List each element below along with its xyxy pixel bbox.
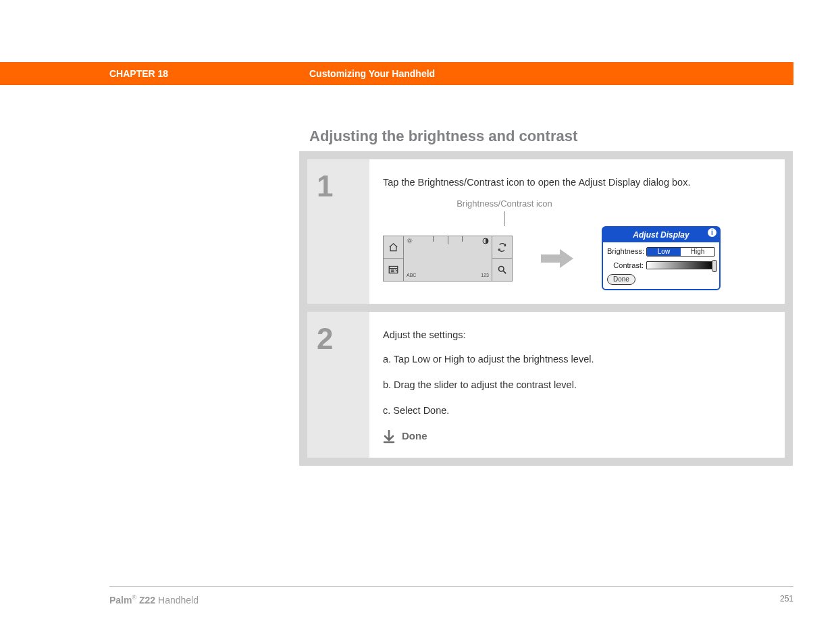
figure-row: ABC 123	[383, 226, 770, 290]
step-body: Tap the Brightness/Contrast icon to open…	[369, 159, 785, 304]
callout-line	[504, 211, 505, 226]
brightness-segment: Low High	[646, 247, 715, 257]
section-heading: Adjusting the brightness and contrast	[309, 128, 577, 145]
brightness-high-button: High	[681, 248, 714, 256]
brightness-low-icon	[407, 238, 413, 247]
find-icon	[492, 258, 512, 281]
step-2: 2 Adjust the settings: a. Tap Low or Hig…	[307, 312, 785, 458]
adjust-display-dialog: Adjust Display i Brightness: Low High	[602, 226, 721, 290]
step-number-col: 1	[307, 159, 369, 304]
contrast-slider	[646, 261, 715, 269]
step-number: 1	[317, 171, 369, 201]
figure-caption: Brightness/Contrast icon	[403, 197, 606, 227]
caption-text: Brightness/Contrast icon	[457, 198, 552, 209]
done-arrow-icon	[383, 430, 395, 444]
step2-b: b. Drag the slider to adjust the contras…	[383, 378, 770, 393]
step-number: 2	[317, 324, 369, 354]
abc-label: ABC	[407, 272, 416, 279]
done-indicator: Done	[383, 429, 770, 444]
svg-line-8	[503, 271, 506, 273]
dialog-done-button: Done	[607, 274, 635, 285]
123-label: 123	[481, 272, 489, 279]
chapter-label: CHAPTER 18	[109, 68, 168, 79]
home-icon	[384, 236, 403, 259]
svg-point-5	[407, 238, 412, 243]
done-label: Done	[402, 429, 427, 444]
info-icon: i	[708, 228, 716, 237]
brightness-low-button: Low	[647, 248, 681, 256]
steps-container: 1 Tap the Brightness/Contrast icon to op…	[299, 151, 793, 466]
sync-icon	[492, 236, 512, 259]
graffiti-right-icons	[492, 236, 512, 281]
arrow-right-icon	[540, 246, 575, 271]
brightness-label: Brightness:	[607, 246, 646, 257]
step2-c: c. Select Done.	[383, 404, 770, 419]
step-1: 1 Tap the Brightness/Contrast icon to op…	[307, 159, 785, 304]
contrast-label: Contrast:	[607, 260, 646, 271]
contrast-icon	[482, 238, 489, 248]
step-body: Adjust the settings: a. Tap Low or High …	[369, 312, 785, 458]
menu-icon	[384, 258, 403, 281]
header-bar: CHAPTER 18 Customizing Your Handheld	[0, 62, 793, 85]
graffiti-left-icons	[384, 236, 404, 281]
page-number: 251	[780, 594, 793, 603]
footer-rule	[109, 586, 793, 587]
step1-text: Tap the Brightness/Contrast icon to open…	[383, 176, 770, 190]
footer-product: Palm® Z22 Handheld	[109, 594, 199, 606]
chapter-title: Customizing Your Handheld	[309, 68, 435, 79]
slider-thumb	[712, 260, 717, 272]
graffiti-area: ABC 123	[383, 236, 513, 281]
step2-a: a. Tap Low or High to adjust the brightn…	[383, 352, 770, 367]
graffiti-writing-area: ABC 123	[404, 236, 492, 281]
svg-point-7	[499, 267, 504, 272]
step2-intro: Adjust the settings:	[383, 328, 770, 343]
step-number-col: 2	[307, 312, 369, 458]
dialog-title: Adjust Display i	[603, 227, 719, 242]
svg-point-4	[409, 239, 411, 242]
